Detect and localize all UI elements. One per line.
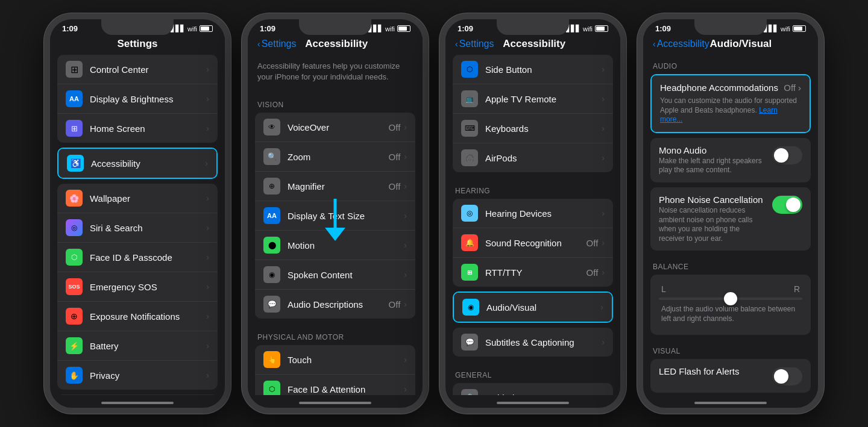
list-item[interactable]: 🔒 Guided Access On › [453,383,613,395]
audiovisual-row-highlighted[interactable]: ◉ Audio/Visual › [453,291,613,323]
accessibility-row-highlighted[interactable]: ♿ Accessibility › [57,148,218,179]
nav-title-1: Settings [60,38,215,50]
wallpaper-icon: 🌸 [66,190,83,207]
mono-audio-desc: Make the left and right speakers play th… [659,157,766,175]
row-label: Audio/Visual [486,302,600,313]
back-label-4: Accessibility [657,39,709,49]
led-flash-toggle[interactable] [772,367,802,385]
list-item[interactable]: ⬡ Face ID & Attention › [255,375,415,395]
list-item[interactable]: AA Display & Text Size › [255,201,415,231]
noise-cancel-row[interactable]: Phone Noise Cancellation Noise cancellat… [650,187,811,251]
list-item[interactable]: 🔔 Sound Recognition Off › [453,228,613,258]
audio-section-label: AUDIO [643,55,818,74]
list-item[interactable]: SOS Emergency SOS › [57,272,218,302]
back-label-3: Settings [459,39,494,49]
noise-cancel-group: Phone Noise Cancellation Noise cancellat… [650,187,811,251]
side-button-icon-3: ⬡ [461,61,478,78]
general-section-header: GENERAL [445,361,620,383]
back-chevron-icon-3: ‹ [455,39,458,49]
list-item[interactable]: 💬 Audio Descriptions Off › [255,290,415,319]
settings-list-3[interactable]: ⬡ Side Button › 📺 Apple TV Remote › ⌨ Ke… [445,55,620,395]
row-label: Subtitles & Captioning [485,337,602,348]
apple-tv-remote-icon-3: 📺 [461,90,478,107]
list-item[interactable]: ⬤ Motion › [255,231,415,260]
time-3: 1:09 [458,24,473,33]
noise-cancel-toggle[interactable] [772,196,802,214]
nav-bar-4: ‹ Accessibility Audio/Visual [643,36,818,55]
balance-desc: Adjust the audio volume balance between … [659,302,802,328]
nav-back-4[interactable]: ‹ Accessibility [653,39,709,49]
list-item[interactable]: 🔍 Zoom Off › [255,142,415,172]
headphone-main: Headphone Accommodations Off › [660,83,801,93]
faceid-icon: ⬡ [66,249,83,266]
phone-4: 1:09 ▋▋▋ wifi ‹ Accessibility Audio/Visu… [637,13,824,414]
settings-list-2[interactable]: Accessibility features help you customiz… [248,55,423,395]
mono-audio-toggle[interactable] [772,146,802,164]
nav-title-2: Accessibility [296,38,377,50]
settings-list-1[interactable]: ⊞ Control Center › AA Display & Brightne… [50,55,225,395]
list-item[interactable]: ⊞ Home Screen › [57,114,218,143]
list-item[interactable]: ◎ Hearing Devices › [453,199,613,228]
vision-section-header: VISION [248,91,423,113]
faceid-attention-icon: ⬡ [263,381,280,395]
list-item[interactable]: 🌸 Wallpaper › [57,184,218,213]
row-label: Wallpaper [90,193,206,204]
row-value: Off [389,299,401,310]
row-label: Hearing Devices [485,208,602,219]
nav-back-2[interactable]: ‹ Settings [257,39,296,49]
list-item[interactable]: ⊕ Magnifier Off › [255,172,415,201]
list-item[interactable]: ⬡ Face ID & Passcode › [57,243,218,272]
list-item[interactable]: ◉ Spoken Content › [255,260,415,290]
control-center-icon: ⊞ [66,61,83,78]
list-item[interactable]: 📺 Apple TV Remote › [453,84,613,114]
list-item[interactable]: 🎧 AirPods › [453,143,613,172]
list-item[interactable]: ♿ Accessibility › [58,149,216,178]
motion-icon: ⬤ [263,237,280,254]
row-value: Off [389,152,401,162]
list-item[interactable]: ◎ Siri & Search › [57,213,218,243]
list-item[interactable]: ⬡ Side Button › [453,55,613,84]
settings-list-4[interactable]: AUDIO Headphone Accommodations Off › You… [643,55,818,395]
row-value: Off [389,122,401,132]
battery-icon-1 [200,25,213,32]
chevron-icon: › [602,64,605,74]
list-item[interactable]: ⊕ Exposure Notifications › [57,302,218,331]
led-flash-row[interactable]: LED Flash for Alerts [650,359,811,393]
mono-audio-row[interactable]: Mono Audio Make the left and right speak… [650,138,811,182]
row-label: Emergency SOS [90,282,206,292]
list-item[interactable]: A App Store › [57,394,218,395]
row-label: Sound Recognition [485,238,587,248]
list-item[interactable]: ✋ Privacy › [57,361,218,390]
notch-3 [497,19,569,35]
list-item[interactable]: 💬 Subtitles & Captioning › [453,328,613,357]
row-label: Accessibility [91,158,205,169]
wifi-icon-4: wifi [781,25,790,33]
home-screen-icon: ⊞ [66,120,83,137]
list-item[interactable]: ⚡ Battery › [57,331,218,361]
row-label: Display & Text Size [288,211,404,221]
balance-section-label: BALANCE [643,255,818,275]
chevron-icon: › [206,193,209,203]
nav-back-3[interactable]: ‹ Settings [455,39,494,49]
balance-track[interactable] [659,298,802,300]
row-label: AirPods [485,153,602,163]
nav-bar-1: Settings [50,36,225,55]
headphone-accommodations-highlighted[interactable]: Headphone Accommodations Off › You can c… [650,74,811,133]
home-indicator-4 [694,402,767,404]
list-item[interactable]: ⊞ RTT/TTY Off › [453,258,613,287]
list-item[interactable]: AA Display & Brightness › [57,84,218,114]
balance-thumb[interactable] [724,292,737,305]
list-item[interactable]: 👆 Touch › [255,345,415,375]
row-label: Keyboards [485,123,602,134]
phone-2: 1:09 ▋▋▋ wifi ‹ Settings Accessibility A… [242,13,429,414]
noise-cancel-title: Phone Noise Cancellation [659,195,766,205]
touch-icon: 👆 [263,351,280,368]
list-item[interactable]: ⌨ Keyboards › [453,114,613,143]
chevron-icon: › [206,282,209,291]
list-item[interactable]: ⊞ Control Center › [57,55,218,84]
list-item[interactable]: 👁 VoiceOver Off › [255,113,415,142]
chevron-icon: › [206,370,209,380]
list-item[interactable]: ◉ Audio/Visual › [454,293,612,322]
row-label: Siri & Search [90,223,206,233]
siri-icon: ◎ [66,219,83,236]
